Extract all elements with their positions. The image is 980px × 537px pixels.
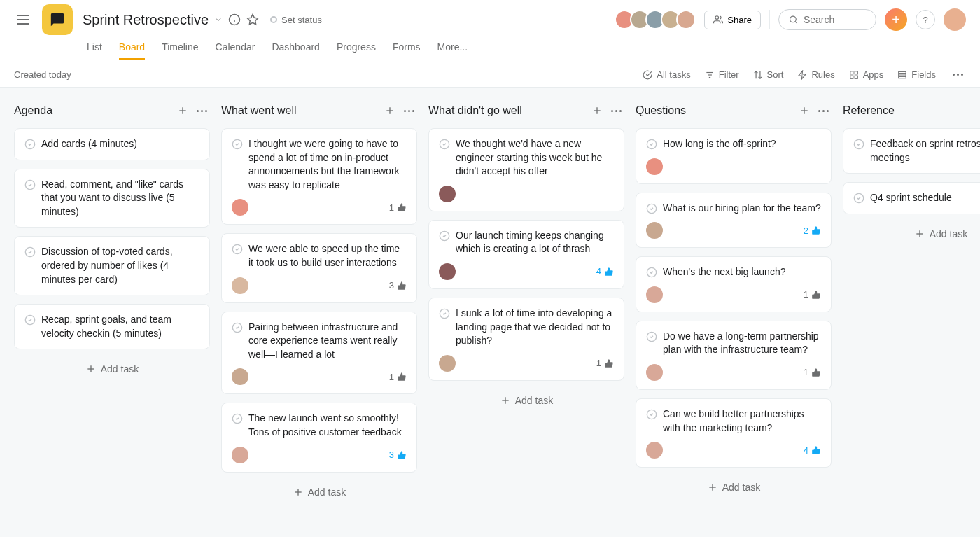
- plus-icon[interactable]: [707, 482, 718, 493]
- project-title[interactable]: Sprint Retrospective: [83, 12, 209, 28]
- column-more[interactable]: [401, 107, 417, 115]
- likes-count[interactable]: 1: [804, 367, 821, 377]
- task-card[interactable]: We thought we'd have a new engineer star…: [428, 128, 624, 211]
- task-card[interactable]: Recap, sprint goals, and team velocity c…: [14, 304, 210, 349]
- tab-board[interactable]: Board: [119, 36, 145, 60]
- plus-icon[interactable]: [85, 363, 97, 375]
- task-card[interactable]: Q4 sprint schedule: [843, 182, 980, 214]
- check-circle-icon[interactable]: [646, 409, 657, 420]
- likes-count[interactable]: 2: [804, 225, 821, 236]
- set-status-button[interactable]: Set status: [265, 12, 328, 28]
- star-icon[interactable]: [246, 13, 259, 26]
- task-card[interactable]: The new launch went so smoothly! Tons of…: [221, 403, 417, 472]
- check-circle-icon[interactable]: [646, 267, 657, 278]
- assignee-avatar[interactable]: [646, 442, 663, 459]
- check-circle-icon[interactable]: [439, 230, 450, 242]
- assignee-avatar[interactable]: [646, 222, 663, 239]
- task-card[interactable]: Do we have a long-term partnership plan …: [636, 321, 832, 390]
- check-circle-icon[interactable]: [232, 322, 243, 333]
- column-title[interactable]: What didn't go well: [428, 104, 522, 117]
- check-circle-icon[interactable]: [24, 179, 36, 190]
- fields-button[interactable]: Fields: [897, 69, 936, 80]
- assignee-avatar[interactable]: [439, 186, 456, 202]
- task-card[interactable]: We were able to speed up the time it too…: [221, 233, 417, 302]
- column-title[interactable]: Agenda: [14, 104, 52, 117]
- tab-dashboard[interactable]: Dashboard: [272, 36, 320, 60]
- tab-progress[interactable]: Progress: [337, 36, 376, 60]
- sort-button[interactable]: Sort: [753, 69, 784, 80]
- task-card[interactable]: Read, comment, and "like" cards that you…: [14, 169, 210, 228]
- check-circle-icon[interactable]: [24, 246, 36, 258]
- likes-count[interactable]: 3: [389, 280, 407, 291]
- column-more[interactable]: [608, 107, 624, 115]
- check-circle-icon[interactable]: [646, 139, 657, 150]
- tab-calendar[interactable]: Calendar: [216, 36, 255, 60]
- plus-icon[interactable]: [384, 105, 396, 116]
- tab-more[interactable]: More...: [438, 36, 468, 60]
- tab-forms[interactable]: Forms: [393, 36, 421, 60]
- assignee-avatar[interactable]: [232, 368, 248, 385]
- likes-count[interactable]: 1: [389, 202, 407, 213]
- assignee-avatar[interactable]: [232, 277, 248, 294]
- column-more[interactable]: [816, 107, 832, 115]
- assignee-avatar[interactable]: [646, 286, 663, 303]
- likes-count[interactable]: 1: [804, 289, 821, 300]
- likes-count[interactable]: 1: [596, 358, 614, 368]
- task-card[interactable]: I sunk a lot of time into developing a l…: [428, 298, 624, 381]
- task-card[interactable]: When's the next big launch?1: [636, 256, 832, 312]
- task-card[interactable]: Our launch timing keeps changing which i…: [428, 220, 624, 289]
- task-card[interactable]: How long is the off-sprint?: [636, 128, 832, 184]
- likes-count[interactable]: 4: [596, 266, 614, 277]
- check-circle-icon[interactable]: [24, 139, 36, 150]
- task-card[interactable]: I thought we were going to have to spend…: [221, 128, 417, 225]
- avatar[interactable]: [676, 10, 696, 29]
- assignee-avatar[interactable]: [646, 364, 663, 381]
- task-card[interactable]: Discussion of top-voted cards, ordered b…: [14, 236, 210, 295]
- add-task-button[interactable]: Add task: [428, 389, 624, 412]
- assignee-avatar[interactable]: [646, 158, 663, 175]
- likes-count[interactable]: 4: [804, 445, 821, 456]
- add-task-button[interactable]: Add task: [636, 476, 832, 498]
- check-circle-icon[interactable]: [853, 139, 864, 150]
- column-title[interactable]: Reference: [843, 104, 895, 117]
- task-card[interactable]: Feedback on sprint retrosp meetings: [843, 128, 980, 174]
- assignee-avatar[interactable]: [232, 199, 248, 216]
- info-icon[interactable]: [228, 13, 241, 26]
- all-tasks-filter[interactable]: All tasks: [643, 69, 690, 80]
- plus-icon[interactable]: [293, 487, 304, 498]
- assignee-avatar[interactable]: [439, 263, 456, 280]
- check-circle-icon[interactable]: [646, 203, 657, 214]
- plus-icon[interactable]: [799, 105, 810, 116]
- task-card[interactable]: Add cards (4 minutes): [14, 128, 210, 160]
- add-task-button[interactable]: Add task: [14, 358, 210, 380]
- help-button[interactable]: ?: [916, 10, 935, 29]
- more-options[interactable]: [950, 71, 966, 78]
- menu-toggle[interactable]: [14, 12, 32, 27]
- column-title[interactable]: What went well: [221, 104, 297, 117]
- check-circle-icon[interactable]: [232, 413, 243, 424]
- plus-icon[interactable]: [177, 105, 188, 116]
- add-button[interactable]: +: [885, 8, 907, 31]
- search-bar[interactable]: [778, 9, 876, 30]
- column-title[interactable]: Questions: [636, 104, 686, 117]
- check-circle-icon[interactable]: [439, 139, 450, 150]
- assignee-avatar[interactable]: [439, 355, 456, 372]
- column-more[interactable]: [194, 107, 210, 115]
- check-circle-icon[interactable]: [232, 139, 243, 150]
- plus-icon[interactable]: [914, 228, 925, 239]
- plus-icon[interactable]: [592, 105, 603, 116]
- check-circle-icon[interactable]: [646, 331, 657, 342]
- apps-button[interactable]: Apps: [849, 69, 884, 80]
- chevron-down-icon[interactable]: [214, 15, 223, 24]
- likes-count[interactable]: 3: [389, 449, 407, 460]
- avatar-stack[interactable]: [615, 10, 696, 29]
- search-input[interactable]: [804, 14, 866, 25]
- share-button[interactable]: Share: [704, 11, 761, 29]
- assignee-avatar[interactable]: [232, 447, 248, 463]
- check-circle-icon[interactable]: [232, 244, 243, 255]
- task-card[interactable]: Pairing between infrastructure and core …: [221, 312, 417, 395]
- add-task-button[interactable]: Add task: [843, 223, 980, 245]
- plus-icon[interactable]: [500, 395, 511, 406]
- task-card[interactable]: Can we build better partnerships with th…: [636, 398, 832, 468]
- likes-count[interactable]: 1: [389, 372, 407, 382]
